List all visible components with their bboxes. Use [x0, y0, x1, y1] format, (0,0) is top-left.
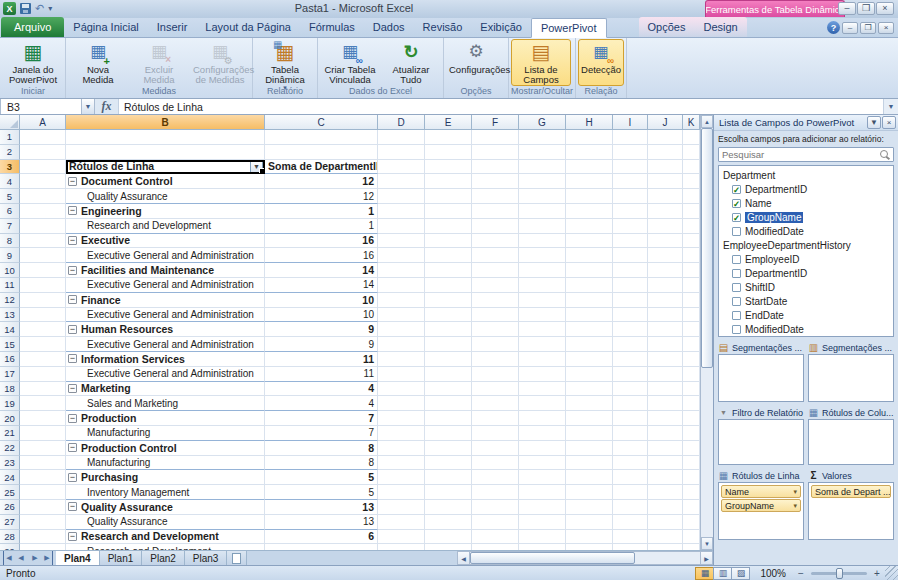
cell-E11[interactable] — [425, 278, 472, 293]
cell-E24[interactable] — [425, 470, 472, 485]
cell-J3[interactable] — [648, 160, 683, 175]
chip-dropdown-icon[interactable]: ▾ — [793, 502, 797, 510]
cell-C21[interactable]: 7 — [265, 426, 378, 441]
area-box-rotulos-de-linha[interactable]: Name▾GroupName▾ — [718, 482, 804, 540]
close-button[interactable]: × — [876, 2, 894, 15]
cell-C13[interactable]: 10 — [265, 308, 378, 323]
tree-field-modifieddate[interactable]: ModifiedDate — [719, 224, 893, 238]
cell-I5[interactable] — [613, 189, 648, 204]
cell-I11[interactable] — [613, 278, 648, 293]
horizontal-scrollbar[interactable]: ◀ ▶ — [457, 551, 713, 565]
collapse-icon[interactable]: − — [68, 325, 77, 334]
cell-B1[interactable] — [66, 130, 265, 145]
cell-K12[interactable] — [683, 293, 700, 308]
cell-E14[interactable] — [425, 322, 472, 337]
cell-F16[interactable] — [472, 352, 519, 367]
cell-C11[interactable]: 14 — [265, 278, 378, 293]
cell-B22[interactable]: −Production Control — [66, 441, 265, 456]
cell-F27[interactable] — [472, 515, 519, 530]
cell-E6[interactable] — [425, 204, 472, 219]
cell-G5[interactable] — [519, 189, 566, 204]
cell-G28[interactable] — [519, 530, 566, 545]
cell-C18[interactable]: 4 — [265, 382, 378, 397]
cell-K19[interactable] — [683, 396, 700, 411]
normal-view-button[interactable]: ▦ — [695, 567, 714, 580]
cell-C7[interactable]: 1 — [265, 219, 378, 234]
cell-C22[interactable]: 8 — [265, 441, 378, 456]
cell-E9[interactable] — [425, 248, 472, 263]
lista-de-campos-button[interactable]: Lista de Campos — [511, 39, 571, 86]
workbook-close-button[interactable]: × — [878, 22, 894, 34]
cell-B25[interactable]: Inventory Management — [66, 485, 265, 500]
zoom-in-icon[interactable]: + — [872, 568, 882, 579]
cell-A24[interactable] — [20, 470, 66, 485]
field-list-menu-icon[interactable]: ▼ — [867, 116, 881, 129]
row-header-6[interactable]: 6 — [0, 204, 20, 219]
cell-D2[interactable] — [378, 145, 425, 160]
cell-A20[interactable] — [20, 411, 66, 426]
cell-G6[interactable] — [519, 204, 566, 219]
cell-E17[interactable] — [425, 367, 472, 382]
cell-D21[interactable] — [378, 426, 425, 441]
field-search-box[interactable] — [718, 147, 894, 162]
deteccao-button[interactable]: Detecção — [578, 39, 624, 86]
cell-B20[interactable]: −Production — [66, 411, 265, 426]
field-chip-groupname[interactable]: GroupName▾ — [721, 499, 801, 512]
chip-dropdown-icon[interactable]: ▾ — [793, 488, 797, 496]
collapse-icon[interactable]: − — [68, 384, 77, 393]
row-header-4[interactable]: 4 — [0, 174, 20, 189]
cell-E1[interactable] — [425, 130, 472, 145]
collapse-icon[interactable]: − — [68, 502, 77, 511]
cell-F25[interactable] — [472, 485, 519, 500]
row-header-9[interactable]: 9 — [0, 248, 20, 263]
cell-K13[interactable] — [683, 308, 700, 323]
cell-F19[interactable] — [472, 396, 519, 411]
cell-H18[interactable] — [566, 382, 613, 397]
cell-G19[interactable] — [519, 396, 566, 411]
column-header-k[interactable]: K — [683, 115, 700, 130]
collapse-icon[interactable]: − — [68, 473, 77, 482]
cell-D10[interactable] — [378, 263, 425, 278]
area-box-rotulos-de-colu[interactable] — [808, 419, 894, 465]
cell-K24[interactable] — [683, 470, 700, 485]
cell-A19[interactable] — [20, 396, 66, 411]
cell-F2[interactable] — [472, 145, 519, 160]
cell-E15[interactable] — [425, 337, 472, 352]
row-header-28[interactable]: 28 — [0, 530, 20, 545]
cell-I27[interactable] — [613, 515, 648, 530]
tree-field-enddate[interactable]: EndDate — [719, 308, 893, 322]
vertical-scrollbar[interactable]: ▲ ▼ — [700, 115, 713, 550]
row-header-8[interactable]: 8 — [0, 234, 20, 249]
cell-J17[interactable] — [648, 367, 683, 382]
nova-medida-button[interactable]: Nova Medida — [68, 39, 128, 86]
column-header-b[interactable]: B — [66, 115, 265, 130]
cell-C20[interactable]: 7 — [265, 411, 378, 426]
cell-C6[interactable]: 1 — [265, 204, 378, 219]
cell-D15[interactable] — [378, 337, 425, 352]
cell-A3[interactable] — [20, 160, 66, 175]
cell-B3[interactable]: Rótulos de Linha▼ — [66, 160, 265, 175]
checkbox[interactable] — [732, 269, 741, 278]
cell-J11[interactable] — [648, 278, 683, 293]
row-header-22[interactable]: 22 — [0, 441, 20, 456]
cell-J14[interactable] — [648, 322, 683, 337]
collapse-icon[interactable]: − — [68, 414, 77, 423]
row-header-19[interactable]: 19 — [0, 396, 20, 411]
cell-B13[interactable]: Executive General and Administration — [66, 308, 265, 323]
cell-K23[interactable] — [683, 456, 700, 471]
cell-G26[interactable] — [519, 500, 566, 515]
cell-J28[interactable] — [648, 530, 683, 545]
cell-F10[interactable] — [472, 263, 519, 278]
row-header-23[interactable]: 23 — [0, 456, 20, 471]
cell-C17[interactable]: 11 — [265, 367, 378, 382]
cell-H4[interactable] — [566, 174, 613, 189]
maximize-button[interactable]: ❒ — [857, 2, 875, 15]
cell-C14[interactable]: 9 — [265, 322, 378, 337]
cell-J23[interactable] — [648, 456, 683, 471]
cell-G3[interactable] — [519, 160, 566, 175]
field-chip-name[interactable]: Name▾ — [721, 485, 801, 498]
cell-D23[interactable] — [378, 456, 425, 471]
tree-field-name[interactable]: ✓Name — [719, 196, 893, 210]
cell-A28[interactable] — [20, 530, 66, 545]
contextual-tab-design[interactable]: Design — [694, 17, 746, 37]
